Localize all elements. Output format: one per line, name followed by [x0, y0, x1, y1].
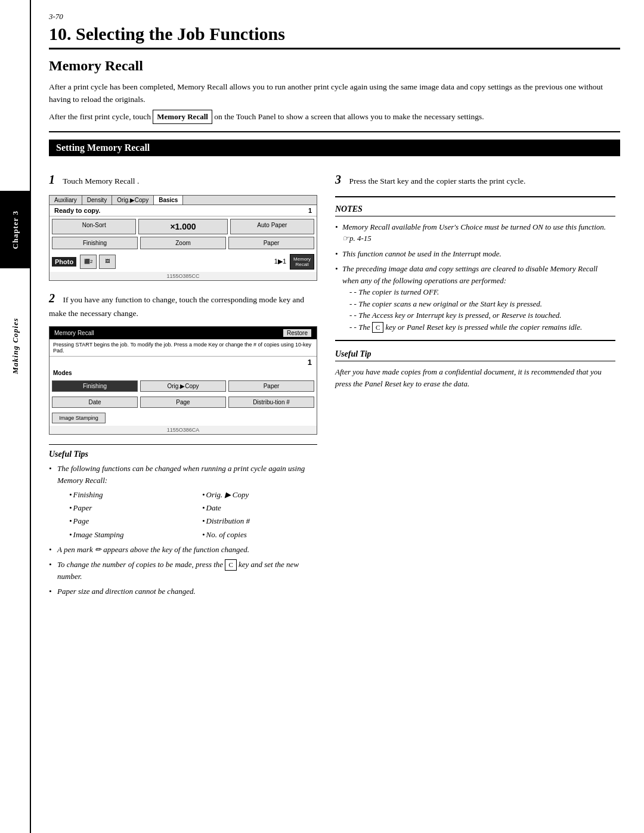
step1-memory-recall-button: Memory Recall	[85, 176, 135, 185]
func-no-copies: No. of copies	[202, 529, 317, 541]
screen1-caption: 1155O385CC	[49, 272, 317, 280]
screen-tab-density: Density	[82, 196, 112, 205]
step2-number: 2	[49, 292, 55, 305]
step1-text-before: Touch	[63, 176, 83, 185]
dialog-btn-row2: Date Page Distribu-tion #	[49, 394, 317, 410]
photo-icon-2: 🖼	[105, 259, 110, 264]
useful-tips-list: The following functions can be changed w…	[49, 463, 317, 597]
intro-p2-before: After the first print cycle, touch	[49, 112, 151, 121]
dialog-body-text: Pressing START begins the job. To modify…	[49, 339, 317, 357]
section-divider	[49, 131, 620, 132]
screen-number-1: 1	[308, 207, 312, 214]
photo-box-2: 🖼	[99, 255, 116, 269]
func-origcopy: Orig. ▶ Copy	[202, 489, 317, 501]
two-column-layout: 1 Touch Memory Recall . Auxiliary Densit…	[49, 171, 620, 600]
making-copies-label: Making Copies	[11, 318, 20, 374]
screen-photo-area: Photo ⬛2 🖼 1▶1 MemoryRecall	[49, 252, 317, 272]
note-3-sub4: - The C key or Panel Reset key is presse…	[342, 321, 615, 333]
func-page: Page	[69, 515, 184, 527]
chapter-tab: Chapter 3	[0, 191, 31, 268]
dialog-btn-origcopy: Orig.▶Copy	[140, 380, 226, 392]
photo-icon-1: ⬛2	[84, 259, 92, 264]
page-number: 3-70	[49, 12, 620, 21]
dialog-btn-date: Date	[52, 397, 138, 408]
note-1-text: Memory Recall available from User's Choi…	[342, 222, 606, 231]
dialog-number: 1	[49, 357, 317, 368]
screen-tabs: Auxiliary Density Orig.▶Copy Basics	[49, 196, 317, 205]
screen-ready-text: Ready to copy.	[54, 207, 100, 214]
useful-tips-item-4: Paper size and direction cannot be chang…	[49, 586, 317, 597]
left-column: 1 Touch Memory Recall . Auxiliary Densit…	[49, 171, 317, 600]
dialog-btn-row1: Finishing Orig.▶Copy Paper	[49, 378, 317, 394]
dialog-image-stamping-area: Image Stamping	[49, 410, 317, 426]
screen-btn-autopaper: Auto Paper	[230, 219, 314, 234]
func-paper: Paper	[69, 502, 184, 514]
intro-paragraph-1: After a print cycle has been completed, …	[49, 81, 620, 106]
useful-tips-section: Useful Tips The following functions can …	[49, 444, 317, 597]
useful-tip-right-title: Useful Tip	[335, 349, 615, 361]
dialog-caption: 1155O386CA	[49, 426, 317, 434]
func-image-stamping: Image Stamping	[69, 529, 184, 541]
step3-number: 3	[335, 173, 341, 186]
sidebar: Chapter 3 Making Copies	[0, 0, 31, 833]
step1-text-after: .	[137, 176, 139, 185]
step3: 3 Press the Start key and the copier sta…	[335, 171, 615, 189]
screen-btn-nonsort: Non-Sort	[52, 219, 136, 234]
dialog-modes-label: Modes	[49, 368, 317, 378]
note-3-sub3: - The Access key or Interrupt key is pre…	[342, 309, 615, 321]
step3-text: Press the Start key and the copier start…	[349, 176, 526, 185]
note-item-3: The preceding image data and copy settin…	[335, 263, 615, 333]
step2: 2 If you have any function to change, to…	[49, 289, 317, 320]
note-3-text: The preceding image data and copy settin…	[342, 264, 597, 285]
right-column: 3 Press the Start key and the copier sta…	[335, 171, 615, 600]
dialog-title: Memory Recall	[54, 330, 94, 336]
useful-tips-text-1: The following functions can be changed w…	[57, 464, 305, 485]
func-distribution: Distribution #	[202, 515, 317, 527]
screen-body-row1: Non-Sort ×1.000 Auto Paper	[49, 216, 317, 237]
dialog-btn-page: Page	[140, 397, 226, 408]
screen-tab-auxiliary: Auxiliary	[49, 196, 82, 205]
note-1-ref: ☞p. 4-15	[342, 234, 371, 243]
screen-ready-status: Ready to copy. 1	[49, 205, 317, 216]
note-3-sub2: - The copier scans a new original or the…	[342, 298, 615, 310]
screen-btn-zoom2: Zoom	[140, 237, 226, 249]
screen-btn-finishing: Finishing	[52, 237, 138, 249]
useful-tips-title: Useful Tips	[49, 450, 317, 459]
note-item-1: Memory Recall available from User's Choi…	[335, 221, 615, 244]
screen-photo-label: Photo	[52, 257, 76, 267]
dialog-btn-distribution: Distribu-tion #	[228, 397, 314, 408]
dialog-btn-paper: Paper	[228, 380, 314, 392]
useful-tip-divider	[335, 340, 615, 341]
useful-tip-right-text: After you have made copies from a confid…	[335, 366, 615, 389]
notes-list: Memory Recall available from User's Choi…	[335, 221, 615, 333]
intro-paragraph-2: After the first print cycle, touch Memor…	[49, 110, 620, 124]
memory-recall-inline-button: Memory Recall	[153, 110, 212, 124]
screen-tab-origcopy: Orig.▶Copy	[112, 196, 154, 205]
dialog-btn-finishing: Finishing	[52, 380, 138, 392]
chapter-label: Chapter 3	[11, 210, 20, 249]
chapter-title: 10. Selecting the Job Functions	[49, 24, 620, 49]
screen-memory-recall-btn: MemoryRecall	[290, 254, 314, 270]
step1: 1 Touch Memory Recall .	[49, 171, 317, 189]
photo-box-1: ⬛2	[80, 255, 97, 269]
screen-tab-basics: Basics	[154, 196, 183, 205]
useful-tips-item-2: A pen mark ✏ appears above the key of th…	[49, 544, 317, 556]
useful-tips-item-1: The following functions can be changed w…	[49, 463, 317, 541]
step2-text: If you have any function to change, touc…	[49, 295, 304, 318]
func-date: Date	[202, 502, 317, 514]
setting-memory-recall-heading: Setting Memory Recall	[49, 140, 620, 156]
screen-btn-paper: Paper	[228, 237, 314, 249]
note-item-2: This function cannot be used in the Inte…	[335, 248, 615, 260]
dialog-header: Memory Recall Restore	[49, 327, 317, 339]
c-button-inline: C	[225, 559, 236, 571]
func-finishing: Finishing	[69, 489, 184, 501]
note-3-sub1: - The copier is turned OFF.	[342, 286, 615, 298]
useful-tips-item-3: To change the number of copies to be mad…	[49, 559, 317, 583]
functions-table: Finishing Orig. ▶ Copy Paper Date Page D…	[69, 489, 317, 541]
main-content: 3-70 10. Selecting the Job Functions Mem…	[31, 0, 644, 833]
step2-dialog-mockup: Memory Recall Restore Pressing START beg…	[49, 326, 317, 435]
notes-title: NOTES	[335, 205, 615, 216]
c-button-note: C	[372, 322, 383, 333]
dialog-restore-button: Restore	[283, 329, 312, 337]
making-copies-tab: Making Copies	[0, 286, 31, 405]
